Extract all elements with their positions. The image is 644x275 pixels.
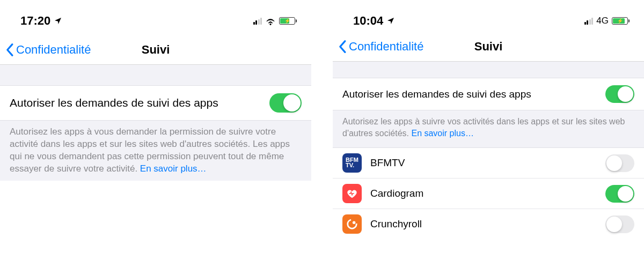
footer-description: Autorisez les apps à vous demander la pe… <box>0 121 311 181</box>
battery-icon: ⚡ <box>612 17 628 25</box>
status-bar: 10:04 4G ⚡ <box>333 0 644 38</box>
allow-tracking-toggle[interactable] <box>605 85 634 103</box>
app-row-bfmtv: BFMTV. BFMTV <box>333 148 644 179</box>
svg-point-0 <box>348 220 357 229</box>
back-button[interactable]: Confidentialité <box>338 40 423 54</box>
learn-more-link[interactable]: En savoir plus… <box>411 129 474 138</box>
allow-tracking-toggle[interactable] <box>269 93 302 113</box>
learn-more-link[interactable]: En savoir plus… <box>140 163 207 174</box>
section-spacer <box>333 61 644 78</box>
app-name: Crunchyroll <box>370 218 597 230</box>
right-screenshot: 10:04 4G ⚡ Confidentialité Suivi Autoris… <box>333 0 644 275</box>
back-button[interactable]: Confidentialité <box>5 43 91 57</box>
allow-tracking-label: Autoriser les demandes de suivi des apps <box>342 88 605 100</box>
back-label: Confidentialité <box>16 43 91 57</box>
page-title: Suivi <box>474 40 503 54</box>
footer-text: Autorisez les apps à suivre vos activité… <box>342 117 625 138</box>
svg-point-1 <box>353 221 356 225</box>
app-row-crunchyroll: Crunchyroll <box>333 209 644 239</box>
app-row-cardiogram: Cardiogram <box>333 179 644 209</box>
app-name: Cardiogram <box>370 188 597 199</box>
status-time: 17:20 <box>20 14 50 28</box>
app-toggle-bfmtv[interactable] <box>605 154 634 172</box>
battery-icon: ⚡ <box>279 17 295 25</box>
bfmtv-icon: BFMTV. <box>342 153 362 173</box>
chevron-left-icon <box>5 43 15 57</box>
nav-bar: Confidentialité Suivi <box>333 34 644 62</box>
page-title: Suivi <box>142 43 170 57</box>
allow-tracking-label: Autoriser les demandes de suivi des apps <box>10 96 269 109</box>
location-icon <box>386 17 395 25</box>
section-spacer <box>0 64 311 86</box>
wifi-icon <box>265 17 276 25</box>
signal-icon <box>253 18 262 25</box>
chevron-left-icon <box>338 40 348 54</box>
signal-icon <box>584 18 594 25</box>
crunchyroll-icon <box>342 214 362 234</box>
status-time: 10:04 <box>353 14 383 28</box>
app-name: BFMTV <box>370 157 597 169</box>
cardiogram-icon <box>342 184 362 203</box>
footer-description: Autorisez les apps à suivre vos activité… <box>333 110 644 148</box>
left-screenshot: 17:20 ⚡ Confidentialité Suivi Autoriser … <box>0 0 311 275</box>
nav-bar: Confidentialité Suivi <box>0 38 311 65</box>
location-icon <box>54 17 62 25</box>
allow-tracking-row: Autoriser les demandes de suivi des apps <box>333 78 644 110</box>
app-toggle-cardiogram[interactable] <box>605 185 634 203</box>
allow-tracking-row: Autoriser les demandes de suivi des apps <box>0 86 311 121</box>
back-label: Confidentialité <box>349 40 423 54</box>
status-bar: 17:20 ⚡ <box>0 0 311 38</box>
app-toggle-crunchyroll[interactable] <box>605 215 634 233</box>
app-list: BFMTV. BFMTV Cardiogram Crunchyroll <box>333 148 644 239</box>
network-label: 4G <box>596 16 609 26</box>
